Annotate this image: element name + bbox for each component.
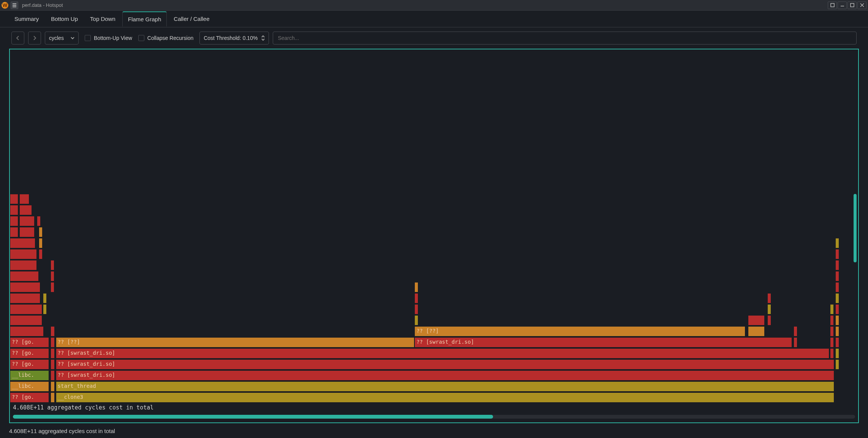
flame-frame[interactable] bbox=[51, 337, 55, 348]
flame-frame[interactable] bbox=[414, 293, 418, 303]
flame-frame[interactable] bbox=[835, 260, 839, 270]
flame-frame[interactable] bbox=[10, 260, 37, 270]
flame-frame[interactable] bbox=[835, 304, 839, 314]
flame-frame[interactable] bbox=[830, 315, 834, 325]
flame-frame[interactable] bbox=[10, 238, 35, 248]
flame-frame[interactable] bbox=[414, 304, 418, 314]
flame-frame[interactable] bbox=[10, 304, 42, 314]
flame-frame[interactable]: ?? [swrast_dri.so] bbox=[414, 337, 792, 348]
flame-frame[interactable] bbox=[51, 392, 55, 403]
flame-frame[interactable] bbox=[830, 304, 834, 314]
flame-frame[interactable] bbox=[51, 359, 55, 370]
flame-frame[interactable]: ?? [go. bbox=[10, 392, 49, 403]
flame-frame[interactable] bbox=[51, 370, 55, 381]
flame-frame[interactable] bbox=[767, 293, 771, 303]
flame-frame[interactable] bbox=[794, 326, 797, 336]
dock-button[interactable] bbox=[828, 2, 837, 9]
flame-frame[interactable] bbox=[830, 348, 834, 359]
flame-frame[interactable] bbox=[43, 304, 47, 314]
flame-frame[interactable] bbox=[10, 205, 18, 215]
flame-frame[interactable] bbox=[10, 227, 18, 237]
maximize-button[interactable] bbox=[847, 2, 857, 9]
flame-frame[interactable]: __clone3 bbox=[56, 392, 835, 403]
flame-frame[interactable] bbox=[10, 326, 44, 336]
flame-frame[interactable] bbox=[414, 282, 418, 292]
flame-frame[interactable] bbox=[767, 315, 771, 325]
flame-frame[interactable] bbox=[10, 249, 37, 259]
flame-frame[interactable]: ?? [swrast_dri.so] bbox=[56, 370, 835, 381]
flame-frame[interactable] bbox=[748, 315, 765, 325]
flame-frame[interactable]: ?? [swrast_dri.so] bbox=[56, 359, 835, 370]
horizontal-scrollbar[interactable] bbox=[13, 415, 855, 419]
flame-frame[interactable] bbox=[835, 348, 839, 359]
flame-frame[interactable]: ?? [swrast_dri.so] bbox=[56, 348, 829, 359]
flame-frame[interactable] bbox=[19, 194, 30, 204]
bottom-up-label[interactable]: Bottom-Up View bbox=[94, 35, 132, 41]
flame-frame[interactable] bbox=[767, 304, 771, 314]
flame-frame[interactable] bbox=[414, 315, 418, 325]
collapse-recursion-label[interactable]: Collapse Recursion bbox=[147, 35, 193, 41]
flame-frame[interactable] bbox=[835, 249, 839, 259]
flame-frame[interactable] bbox=[830, 337, 834, 348]
chevron-down-icon[interactable] bbox=[261, 38, 265, 41]
flame-frame[interactable] bbox=[748, 326, 765, 336]
flame-frame[interactable] bbox=[835, 282, 839, 292]
flame-frame[interactable] bbox=[19, 216, 35, 226]
flame-frame[interactable] bbox=[835, 271, 839, 281]
flame-frame[interactable] bbox=[10, 194, 18, 204]
flame-frame[interactable] bbox=[51, 381, 55, 392]
flame-frame[interactable] bbox=[51, 282, 54, 292]
flame-frame[interactable] bbox=[10, 216, 18, 226]
tab-top-down[interactable]: Top Down bbox=[85, 12, 121, 26]
flame-frame[interactable] bbox=[39, 249, 43, 259]
vertical-scrollbar-thumb[interactable] bbox=[854, 194, 857, 262]
hamburger-menu-button[interactable] bbox=[11, 2, 18, 9]
flame-frame[interactable] bbox=[10, 282, 40, 292]
flame-frame[interactable]: __libc. bbox=[10, 381, 49, 392]
event-type-combo[interactable]: cycles bbox=[45, 32, 79, 44]
tab-caller-callee[interactable]: Caller / Callee bbox=[168, 12, 215, 26]
flame-frame[interactable]: ?? [??] bbox=[56, 337, 415, 348]
flame-frame[interactable]: start_thread bbox=[56, 381, 835, 392]
flame-frame[interactable] bbox=[10, 271, 39, 281]
search-input[interactable] bbox=[273, 32, 857, 44]
bottom-up-checkbox[interactable] bbox=[85, 35, 91, 41]
flame-frame[interactable] bbox=[835, 293, 839, 303]
horizontal-scrollbar-thumb[interactable] bbox=[13, 415, 493, 419]
flame-frame[interactable] bbox=[51, 260, 54, 270]
flame-frame[interactable] bbox=[835, 315, 839, 325]
flame-frame[interactable] bbox=[39, 227, 43, 237]
flame-frame[interactable]: ?? [go. bbox=[10, 359, 49, 370]
flame-frame[interactable] bbox=[51, 348, 55, 359]
flame-frame[interactable] bbox=[835, 337, 839, 348]
nav-forward-button[interactable] bbox=[28, 32, 41, 44]
flame-frame[interactable] bbox=[835, 326, 839, 336]
flame-frame[interactable] bbox=[835, 359, 839, 370]
minimize-button[interactable] bbox=[838, 2, 847, 9]
flame-frame[interactable] bbox=[10, 315, 42, 325]
cost-threshold-spinner[interactable]: Cost Threshold: 0.10% bbox=[199, 32, 269, 44]
close-button[interactable] bbox=[857, 2, 866, 9]
tab-bottom-up[interactable]: Bottom Up bbox=[46, 12, 83, 26]
flame-frame[interactable] bbox=[835, 238, 839, 248]
flame-frame[interactable] bbox=[51, 326, 55, 336]
flame-frame[interactable]: ?? [??] bbox=[414, 326, 745, 336]
flame-frame[interactable] bbox=[39, 238, 43, 248]
flame-frame[interactable] bbox=[37, 216, 41, 226]
flame-frame[interactable] bbox=[10, 293, 40, 303]
tab-flame-graph[interactable]: Flame Graph bbox=[122, 11, 167, 27]
flame-frame[interactable] bbox=[794, 337, 797, 348]
chevron-up-icon[interactable] bbox=[261, 35, 265, 38]
flame-frame[interactable] bbox=[19, 205, 32, 215]
flame-frame[interactable] bbox=[51, 271, 54, 281]
flame-frame[interactable]: ?? [go. bbox=[10, 337, 49, 348]
flame-frame[interactable] bbox=[830, 326, 834, 336]
flame-frame[interactable]: ?? [go. bbox=[10, 348, 49, 359]
flame-frame[interactable]: __libc. bbox=[10, 370, 49, 381]
nav-back-button[interactable] bbox=[11, 32, 24, 44]
collapse-recursion-checkbox[interactable] bbox=[138, 35, 144, 41]
flamegraph-canvas[interactable]: ?? [go.__clone3__libc.start_thread__libc… bbox=[10, 49, 858, 403]
flame-frame[interactable] bbox=[19, 227, 35, 237]
tab-summary[interactable]: Summary bbox=[9, 12, 44, 26]
flame-frame[interactable] bbox=[43, 293, 47, 303]
